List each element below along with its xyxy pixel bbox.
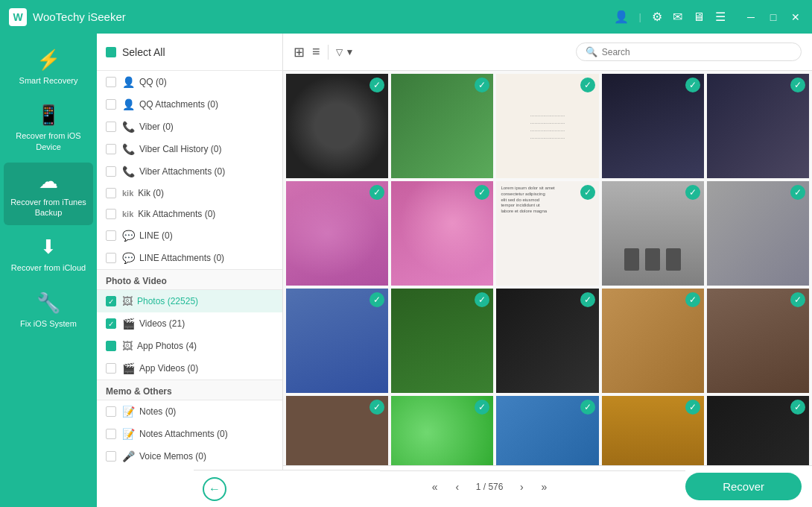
select-all-checkbox[interactable]	[106, 47, 116, 57]
list-item-qq-attach[interactable]: 👤 QQ Attachments (0)	[97, 93, 282, 116]
app-photos-checkbox[interactable]	[106, 341, 116, 351]
photo-cell[interactable]: ✓	[707, 396, 809, 465]
list-view-icon[interactable]: ≡	[312, 44, 320, 60]
kik-attach-checkbox[interactable]	[106, 209, 116, 219]
photo-cell[interactable]: ✓	[707, 74, 809, 178]
photo-cell[interactable]: ✓	[602, 396, 704, 465]
voice-memos-checkbox[interactable]	[106, 451, 116, 462]
photo-check[interactable]: ✓	[369, 400, 384, 415]
photo-cell[interactable]: ✓	[602, 74, 704, 178]
photo-cell[interactable]: ✓	[286, 289, 388, 393]
photo-cell[interactable]: Lorem ipsum dolor sit ametconsectetur ad…	[496, 181, 598, 286]
viber-attach-icon: 📞	[122, 166, 135, 177]
photo-cell[interactable]: ✓	[707, 181, 809, 286]
photos-checkbox[interactable]	[106, 296, 116, 306]
close-button[interactable]: ✕	[788, 11, 803, 23]
photo-cell[interactable]: ✓	[707, 289, 809, 393]
photo-check[interactable]: ✓	[475, 78, 489, 92]
photo-check[interactable]: ✓	[685, 400, 700, 415]
monitor-icon[interactable]: 🖥	[693, 10, 705, 24]
photo-cell[interactable]: ✓	[496, 396, 598, 465]
photo-check[interactable]: ✓	[685, 292, 700, 307]
photo-check[interactable]: ✓	[580, 78, 595, 92]
list-item-voice-memos[interactable]: 🎤 Voice Memos (0)	[97, 445, 282, 467]
photo-check[interactable]: ✓	[369, 78, 384, 92]
list-item-app-photos[interactable]: 🖼 App Photos (4)	[97, 335, 282, 357]
viber-checkbox[interactable]	[106, 122, 116, 132]
sidebar-item-recover-ios[interactable]: 📱 Recover from iOS Device	[4, 96, 93, 160]
next-page-button[interactable]: ›	[512, 477, 531, 497]
recover-button[interactable]: Recover	[685, 473, 802, 500]
menu-icon[interactable]: ☰	[715, 10, 726, 24]
photo-check[interactable]: ✓	[790, 78, 805, 92]
settings-icon[interactable]: ⚙	[652, 10, 662, 24]
minimize-button[interactable]: ─	[743, 11, 758, 23]
list-item-line-attach[interactable]: 💬 LINE Attachments (0)	[97, 247, 282, 269]
prev-page-button[interactable]: ‹	[448, 477, 467, 497]
account-icon[interactable]: 👤	[614, 10, 629, 24]
voice-memos-label: Voice Memos (0)	[139, 451, 206, 462]
list-item-viber[interactable]: 📞 Viber (0)	[97, 116, 282, 138]
videos-checkbox[interactable]	[106, 318, 116, 329]
search-input[interactable]	[602, 47, 792, 57]
list-item-viber-call[interactable]: 📞 Viber Call History (0)	[97, 138, 282, 160]
kik-checkbox[interactable]	[106, 188, 116, 198]
photo-check[interactable]: ✓	[580, 292, 595, 307]
photo-check[interactable]: ✓	[580, 185, 595, 200]
maximize-button[interactable]: □	[766, 11, 781, 23]
photo-check[interactable]: ✓	[685, 78, 700, 92]
photo-check[interactable]: ✓	[369, 292, 384, 307]
viber-attach-checkbox[interactable]	[106, 166, 116, 177]
list-item-viber-attach[interactable]: 📞 Viber Attachments (0)	[97, 160, 282, 183]
line-attach-checkbox[interactable]	[106, 253, 116, 263]
search-box[interactable]: 🔍	[576, 42, 802, 61]
photo-cell[interactable]: ✓	[391, 396, 493, 465]
photo-cell[interactable]: ........................................…	[496, 74, 598, 178]
photo-check[interactable]: ✓	[685, 185, 700, 200]
sidebar-item-fix-ios[interactable]: 🔧 Fix iOS System	[4, 284, 93, 336]
photos-label: Photos (22525)	[137, 296, 198, 306]
photo-cell[interactable]: ✓	[496, 289, 598, 393]
list-item-videos[interactable]: 🎬 Videos (21)	[97, 312, 282, 335]
last-page-button[interactable]: »	[534, 477, 554, 497]
mail-icon[interactable]: ✉	[673, 10, 682, 24]
photo-cell[interactable]: ✓	[602, 181, 704, 286]
list-item-line[interactable]: 💬 LINE (0)	[97, 224, 282, 247]
list-item-notes[interactable]: 📝 Notes (0)	[97, 400, 282, 423]
photo-cell[interactable]: ✓	[391, 289, 493, 393]
photo-cell[interactable]: ✓	[286, 396, 388, 465]
list-item-kik[interactable]: kik Kik (0)	[97, 183, 282, 204]
sidebar-item-recover-icloud[interactable]: ⬇ Recover from iCloud	[4, 228, 93, 280]
list-item-notes-attach[interactable]: 📝 Notes Attachments (0)	[97, 423, 282, 445]
photo-cell[interactable]: ✓	[602, 289, 704, 393]
list-item-kik-attach[interactable]: kik Kik Attachments (0)	[97, 204, 282, 224]
photo-check[interactable]: ✓	[790, 185, 805, 200]
list-item-photos[interactable]: 🖼 Photos (22525)	[97, 290, 282, 312]
photo-check[interactable]: ✓	[790, 400, 805, 415]
back-button[interactable]: ←	[203, 477, 226, 501]
notes-attach-checkbox[interactable]	[106, 429, 116, 439]
first-page-button[interactable]: «	[425, 477, 445, 497]
line-checkbox[interactable]	[106, 230, 116, 241]
list-item-qq[interactable]: 👤 QQ (0)	[97, 71, 282, 93]
photo-check[interactable]: ✓	[790, 292, 805, 307]
photo-check[interactable]: ✓	[475, 292, 489, 307]
photo-check[interactable]: ✓	[475, 400, 489, 415]
photo-cell[interactable]: ✓	[391, 74, 493, 178]
select-all-header[interactable]: Select All	[97, 34, 282, 71]
qq-checkbox[interactable]	[106, 77, 116, 87]
photo-cell[interactable]: ✓	[286, 74, 388, 178]
sidebar-item-recover-itunes[interactable]: ☁ Recover from iTunes Backup	[4, 163, 93, 226]
grid-view-icon[interactable]: ⊞	[294, 44, 305, 60]
photo-cell[interactable]: ✓	[391, 181, 493, 286]
notes-checkbox[interactable]	[106, 406, 116, 417]
app-videos-checkbox[interactable]	[106, 363, 116, 374]
qq-attach-checkbox[interactable]	[106, 99, 116, 110]
filter-button[interactable]: ▽ ▼	[336, 47, 355, 57]
photo-cell[interactable]: ✓	[286, 181, 388, 286]
sidebar-item-smart-recovery[interactable]: ⚡ Smart Recovery	[4, 41, 93, 93]
photo-check[interactable]: ✓	[580, 400, 595, 415]
list-item-app-videos[interactable]: 🎬 App Videos (0)	[97, 357, 282, 380]
app-photos-icon: 🖼	[122, 340, 133, 352]
viber-call-checkbox[interactable]	[106, 144, 116, 154]
